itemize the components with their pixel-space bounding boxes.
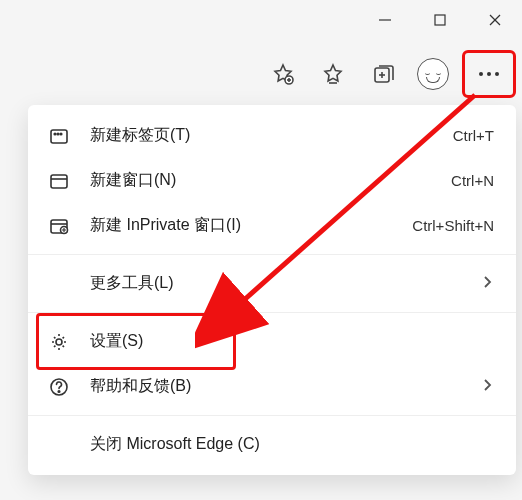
svg-point-12 <box>54 133 56 135</box>
menu-divider <box>28 254 516 255</box>
collections-button[interactable] <box>362 53 404 95</box>
svg-rect-1 <box>435 15 445 25</box>
favorites-button[interactable] <box>312 53 354 95</box>
menu-shortcut: Ctrl+T <box>453 127 494 144</box>
menu-label: 设置(S) <box>90 331 494 352</box>
menu-label: 帮助和反馈(B) <box>90 376 480 397</box>
inprivate-icon <box>46 216 72 236</box>
svg-rect-11 <box>51 130 67 143</box>
more-button[interactable] <box>462 50 516 98</box>
close-button[interactable] <box>467 0 522 40</box>
profile-button[interactable] <box>412 53 454 95</box>
window-controls <box>357 0 522 40</box>
menu-item-new-inprivate[interactable]: 新建 InPrivate 窗口(I) Ctrl+Shift+N <box>28 203 516 248</box>
add-favorite-button[interactable] <box>262 53 304 95</box>
menu-item-close-edge[interactable]: 关闭 Microsoft Edge (C) <box>28 422 516 467</box>
menu-item-new-window[interactable]: 新建窗口(N) Ctrl+N <box>28 158 516 203</box>
menu-item-settings[interactable]: 设置(S) <box>28 319 516 364</box>
help-icon <box>46 377 72 397</box>
menu-label: 新建 InPrivate 窗口(I) <box>90 215 412 236</box>
menu-label: 更多工具(L) <box>90 273 480 294</box>
chevron-right-icon <box>480 275 494 293</box>
menu-shortcut: Ctrl+N <box>451 172 494 189</box>
svg-point-22 <box>58 390 60 392</box>
svg-point-13 <box>57 133 59 135</box>
maximize-button[interactable] <box>412 0 467 40</box>
gear-icon <box>46 332 72 352</box>
menu-shortcut: Ctrl+Shift+N <box>412 217 494 234</box>
svg-point-20 <box>56 339 62 345</box>
svg-point-14 <box>60 133 62 135</box>
menu-divider <box>28 415 516 416</box>
new-window-icon <box>46 171 72 191</box>
more-icon <box>479 72 499 76</box>
svg-rect-15 <box>51 175 67 188</box>
minimize-button[interactable] <box>357 0 412 40</box>
avatar-icon <box>417 58 449 90</box>
chevron-right-icon <box>480 378 494 396</box>
menu-item-help-feedback[interactable]: 帮助和反馈(B) <box>28 364 516 409</box>
menu-item-more-tools[interactable]: 更多工具(L) <box>28 261 516 306</box>
menu-label: 新建标签页(T) <box>90 125 453 146</box>
menu-label: 新建窗口(N) <box>90 170 451 191</box>
settings-menu: 新建标签页(T) Ctrl+T 新建窗口(N) Ctrl+N 新建 InPriv… <box>28 105 516 475</box>
menu-item-new-tab[interactable]: 新建标签页(T) Ctrl+T <box>28 113 516 158</box>
menu-label: 关闭 Microsoft Edge (C) <box>90 434 494 455</box>
new-tab-icon <box>46 126 72 146</box>
browser-toolbar <box>262 50 522 98</box>
menu-divider <box>28 312 516 313</box>
